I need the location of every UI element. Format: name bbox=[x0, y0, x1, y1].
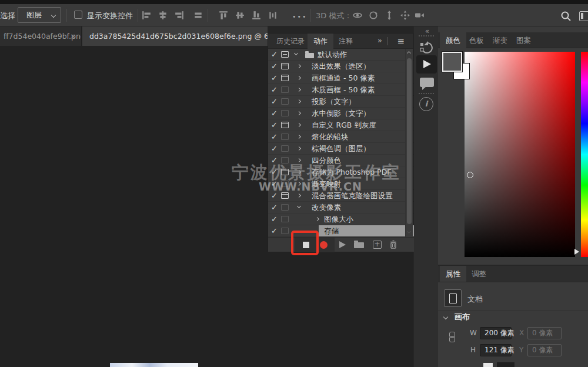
chevron-right-icon[interactable] bbox=[297, 146, 301, 151]
include-checkbox[interactable]: ✓ bbox=[271, 144, 278, 154]
collapse-panels-icon[interactable]: « bbox=[425, 27, 429, 35]
close-icon[interactable]: × bbox=[70, 26, 76, 46]
action-row-10[interactable]: ✓存储为 Photoshop PDF bbox=[268, 166, 414, 178]
chevron-down-icon[interactable] bbox=[443, 315, 448, 319]
include-checkbox[interactable]: ✓ bbox=[271, 109, 278, 118]
align-middle-icon[interactable] bbox=[235, 11, 245, 20]
show-transform-checkbox[interactable] bbox=[74, 11, 82, 19]
scroll-down-icon[interactable] bbox=[407, 229, 411, 233]
properties-panel-tab-1[interactable]: 调整 bbox=[466, 266, 492, 282]
3d-slide-icon[interactable] bbox=[400, 11, 410, 20]
align-center-horizontal-icon[interactable] bbox=[158, 11, 168, 20]
chevron-right-icon[interactable] bbox=[297, 158, 301, 162]
distribute-vertical-icon[interactable] bbox=[268, 11, 278, 20]
include-checkbox[interactable]: ✓ bbox=[271, 97, 278, 106]
scrollbar[interactable] bbox=[405, 49, 413, 237]
panel-menu-icon[interactable]: ≡ bbox=[397, 36, 405, 46]
chevron-right-icon[interactable] bbox=[297, 64, 301, 68]
chevron-down-icon[interactable] bbox=[297, 204, 301, 208]
modal-control-toggle[interactable] bbox=[281, 110, 289, 116]
scrollbar-thumb[interactable] bbox=[407, 58, 412, 224]
chevron-right-icon[interactable] bbox=[297, 193, 301, 198]
align-top-icon[interactable] bbox=[219, 11, 228, 20]
action-row-7[interactable]: ✓熔化的铅块 bbox=[268, 131, 414, 143]
new-action-button[interactable]: + bbox=[373, 241, 382, 249]
scroll-up-icon[interactable] bbox=[407, 51, 411, 55]
chevron-right-icon[interactable] bbox=[297, 99, 301, 104]
color-panel-tab-2[interactable]: 渐变 bbox=[487, 32, 513, 48]
document-tab-active[interactable]: dd3a785425d41d675bc2d031e608ef6e.png @ 6… bbox=[82, 26, 268, 46]
3d-camera-icon[interactable] bbox=[415, 11, 425, 20]
action-row-2[interactable]: ✓画框通道 - 50 像素 bbox=[268, 72, 414, 84]
color-panel-tab-1[interactable]: 色板 bbox=[463, 32, 490, 48]
panel-expand-icon[interactable]: » bbox=[377, 36, 382, 45]
action-row-13[interactable]: ✓改变像素 bbox=[268, 202, 414, 213]
actions-panel-tab-2[interactable]: 注释 bbox=[333, 34, 359, 49]
action-row-0[interactable]: ✓默认动作 bbox=[268, 49, 414, 61]
new-set-button[interactable] bbox=[354, 242, 364, 248]
properties-panel-tab-0[interactable]: 属性 bbox=[440, 266, 466, 282]
include-checkbox[interactable]: ✓ bbox=[271, 74, 278, 83]
foreground-color-swatch[interactable] bbox=[443, 53, 461, 71]
modal-control-toggle[interactable] bbox=[281, 169, 289, 175]
more-options-icon[interactable]: ••• bbox=[292, 13, 307, 21]
modal-control-toggle[interactable] bbox=[281, 122, 289, 128]
info-panel-icon[interactable]: i bbox=[419, 97, 433, 111]
modal-control-toggle[interactable] bbox=[281, 181, 289, 187]
height-field[interactable]: 121 像素 bbox=[480, 344, 512, 356]
chevron-right-icon[interactable] bbox=[297, 170, 301, 174]
link-dimensions-icon[interactable] bbox=[449, 332, 455, 342]
include-checkbox[interactable]: ✓ bbox=[271, 179, 278, 189]
x-field[interactable]: 0 像素 bbox=[527, 327, 562, 339]
include-checkbox[interactable]: ✓ bbox=[271, 132, 278, 142]
action-row-9[interactable]: ✓四分颜色 bbox=[268, 155, 414, 166]
modal-control-toggle[interactable] bbox=[281, 145, 289, 152]
modal-control-toggle[interactable] bbox=[281, 134, 289, 140]
action-row-5[interactable]: ✓水中倒影（文字） bbox=[268, 108, 414, 119]
align-bottom-icon[interactable] bbox=[252, 11, 261, 20]
include-checkbox[interactable]: ✓ bbox=[271, 156, 278, 165]
search-icon[interactable] bbox=[560, 11, 572, 22]
color-panel-tab-0[interactable]: 颜色 bbox=[440, 32, 466, 48]
include-checkbox[interactable]: ✓ bbox=[271, 168, 278, 177]
include-checkbox[interactable]: ✓ bbox=[271, 215, 278, 224]
modal-control-toggle[interactable] bbox=[281, 204, 289, 211]
document-tab[interactable]: ff7d54e040afe9bf.png × bbox=[0, 26, 82, 46]
include-checkbox[interactable]: ✓ bbox=[271, 203, 278, 212]
chevron-right-icon[interactable] bbox=[297, 182, 301, 186]
actions-panel-tab-1[interactable]: 动作 bbox=[308, 34, 333, 49]
modal-control-toggle[interactable] bbox=[281, 216, 289, 222]
3d-rotate-icon[interactable] bbox=[369, 11, 378, 20]
chevron-right-icon[interactable] bbox=[297, 135, 301, 139]
record-button[interactable] bbox=[320, 241, 328, 249]
modal-control-toggle[interactable] bbox=[281, 63, 289, 69]
actions-panel-tab-0[interactable]: 历史记录 bbox=[270, 34, 310, 49]
include-checkbox[interactable]: ✓ bbox=[271, 121, 278, 130]
modal-control-toggle[interactable] bbox=[281, 51, 289, 58]
notes-panel-icon[interactable] bbox=[420, 78, 434, 87]
3d-pan-icon[interactable] bbox=[385, 11, 394, 20]
color-saturation-field[interactable] bbox=[465, 52, 575, 257]
include-checkbox[interactable]: ✓ bbox=[271, 50, 278, 59]
delete-button[interactable] bbox=[389, 240, 397, 249]
modal-control-toggle[interactable] bbox=[281, 75, 289, 81]
auto-select-target-dropdown[interactable]: 图层 bbox=[18, 7, 61, 23]
modal-control-toggle[interactable] bbox=[281, 192, 289, 199]
document-properties-button[interactable] bbox=[444, 289, 462, 307]
action-row-14[interactable]: ✓图像大小 bbox=[268, 213, 414, 225]
distribute-horizontal-icon[interactable] bbox=[193, 11, 203, 20]
color-panel-tab-3[interactable]: 图案 bbox=[510, 32, 537, 48]
chevron-right-icon[interactable] bbox=[297, 111, 301, 115]
hue-slider-pointer[interactable] bbox=[574, 249, 579, 255]
action-row-8[interactable]: ✓棕褐色调（图层） bbox=[268, 143, 414, 155]
include-checkbox[interactable]: ✓ bbox=[271, 62, 278, 71]
3d-orbit-icon[interactable] bbox=[353, 11, 362, 20]
action-row-1[interactable]: ✓淡出效果（选区） bbox=[268, 61, 414, 72]
action-row-15[interactable]: ✓存储 bbox=[268, 225, 414, 237]
align-right-icon[interactable] bbox=[175, 11, 184, 20]
actions-panel-icon[interactable] bbox=[416, 55, 437, 74]
modal-control-toggle[interactable] bbox=[281, 86, 289, 93]
align-left-icon[interactable] bbox=[142, 11, 151, 20]
chevron-right-icon[interactable] bbox=[297, 76, 301, 80]
chevron-down-icon[interactable] bbox=[294, 51, 298, 55]
